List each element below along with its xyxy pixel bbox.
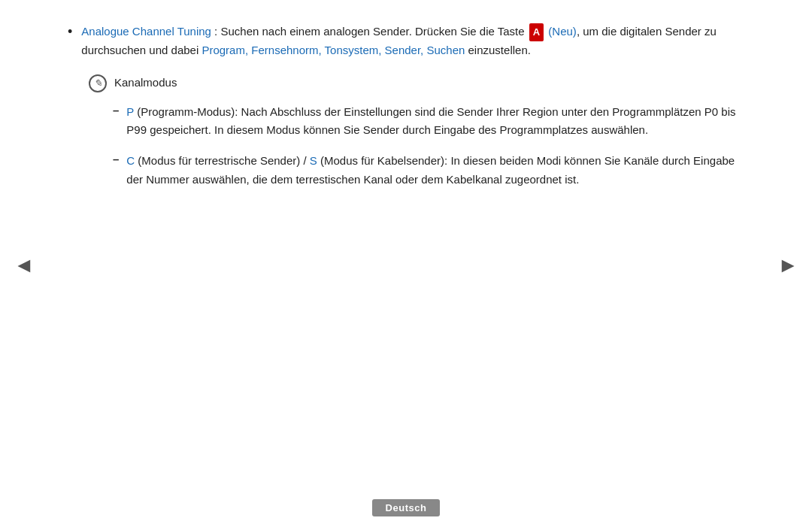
dash-item-p: – P (Programm-Modus): Nach Abschluss der…: [113, 103, 744, 141]
right-arrow-icon: ►: [777, 253, 798, 277]
footer: Deutsch: [0, 490, 812, 530]
dash-text-cs: C (Modus für terrestrische Sender) / S (…: [126, 152, 744, 189]
nav-right-button[interactable]: ►: [777, 253, 798, 277]
end-text: einzustellen.: [465, 44, 531, 56]
dash-symbol-2: –: [113, 153, 119, 165]
bullet-text: Analogue Channel Tuning : Suchen nach ei…: [81, 23, 744, 60]
note-icon-symbol: ✎: [94, 77, 102, 89]
analogue-channel-tuning-link[interactable]: Analogue Channel Tuning: [81, 25, 211, 38]
language-badge: Deutsch: [372, 499, 441, 516]
page-container: ◄ ► • Analogue Channel Tuning : Suchen n…: [0, 0, 812, 530]
c-text: (Modus für terrestrische Sender) /: [138, 154, 309, 167]
key-label-neu: (Neu): [545, 25, 577, 38]
note-icon: ✎: [89, 74, 107, 92]
highlight-links: Program, Fernsehnorm, Tonsystem, Sender,…: [201, 44, 465, 56]
note-block: ✎ Kanalmodus: [89, 74, 744, 92]
letter-p: P: [126, 105, 134, 118]
main-bullet-item: • Analogue Channel Tuning : Suchen nach …: [68, 23, 744, 60]
dash-list: – P (Programm-Modus): Nach Abschluss der…: [113, 103, 744, 189]
key-badge-a: A: [529, 23, 544, 41]
dash-symbol-1: –: [113, 104, 119, 117]
bullet-dot: •: [68, 24, 72, 40]
content-area: • Analogue Channel Tuning : Suchen nach …: [0, 0, 812, 490]
dash-item-cs: – C (Modus für terrestrische Sender) / S…: [113, 152, 744, 189]
note-label: Kanalmodus: [114, 74, 177, 92]
dash-text-p: P (Programm-Modus): Nach Abschluss der E…: [126, 103, 744, 141]
left-arrow-icon: ◄: [14, 253, 35, 277]
nav-left-button[interactable]: ◄: [14, 253, 35, 277]
intro-text: : Suchen nach einem analogen Sender. Drü…: [211, 25, 528, 38]
p-text: (Programm-Modus): Nach Abschluss der Ein…: [126, 105, 735, 137]
letter-s: S: [310, 154, 317, 167]
letter-c: C: [126, 154, 135, 167]
